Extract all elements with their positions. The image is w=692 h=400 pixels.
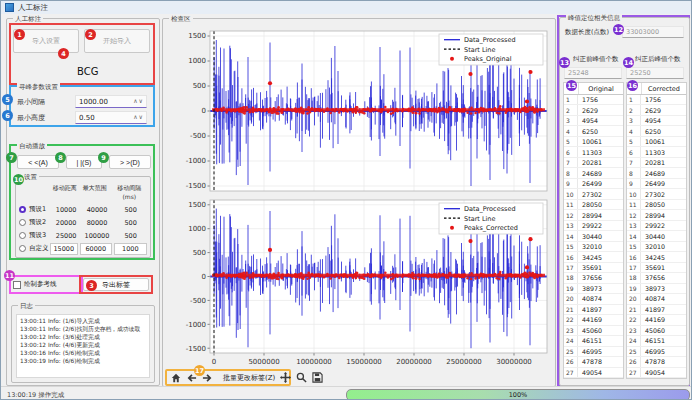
- table-row[interactable]: 1938973: [564, 284, 623, 294]
- spinner-arrows-icon[interactable]: ∧∨: [133, 97, 144, 104]
- radio-icon[interactable]: [19, 206, 26, 213]
- preset-input[interactable]: 1000: [114, 243, 147, 255]
- row-index: 13: [627, 221, 641, 230]
- table-row[interactable]: 46250: [627, 126, 686, 136]
- preset-input[interactable]: 60000: [80, 243, 112, 255]
- svg-text:-1500: -1500: [186, 182, 206, 190]
- min-height-input[interactable]: 0.50 ∧∨: [75, 111, 147, 124]
- table-row[interactable]: 824689: [564, 168, 623, 178]
- table-row[interactable]: 2345060: [564, 326, 623, 336]
- batch-edit-labels-button[interactable]: 批量更改标签(Z): [223, 373, 275, 383]
- preset-label: 预设2: [29, 218, 46, 227]
- autoplay-pause-button[interactable]: | |(S): [66, 155, 102, 169]
- table-row[interactable]: 34954: [564, 116, 623, 126]
- table-row[interactable]: 46250: [564, 126, 623, 136]
- table-row[interactable]: 2141897: [564, 305, 623, 315]
- table-row[interactable]: 1430440: [627, 231, 686, 241]
- table-row[interactable]: 1634245: [627, 252, 686, 262]
- preset-radio[interactable]: 自定义: [19, 244, 49, 253]
- table-row[interactable]: 1532010: [627, 242, 686, 252]
- table-row[interactable]: 34954: [627, 116, 686, 126]
- table-row[interactable]: 2546995: [564, 347, 623, 357]
- table-row[interactable]: 510061: [627, 137, 686, 147]
- table-row[interactable]: 926499: [564, 179, 623, 189]
- app-icon: [5, 3, 14, 12]
- table-row[interactable]: 11756: [627, 95, 686, 105]
- table-row[interactable]: 926499: [627, 179, 686, 189]
- header-max-range: 最大范围: [79, 184, 111, 200]
- signal-chart-bottom[interactable]: 150010005000-500-1000-150005000000100000…: [166, 195, 552, 369]
- signal-chart-top[interactable]: 150010005000-500-1000-1500Data_Processed…: [166, 26, 552, 194]
- table-row[interactable]: 1027302: [564, 189, 623, 199]
- radio-icon[interactable]: [19, 219, 26, 226]
- zoom-button[interactable]: [296, 371, 307, 384]
- peak-value: 27302: [641, 191, 686, 198]
- table-row[interactable]: 1128050: [564, 200, 623, 210]
- table-row[interactable]: 1329922: [627, 221, 686, 231]
- chart-toolbar: 批量更改标签(Z): [165, 369, 291, 386]
- reference-line-label: 绘制参考线: [24, 280, 57, 289]
- radio-icon[interactable]: [19, 232, 26, 239]
- radio-icon[interactable]: [19, 245, 26, 252]
- table-row[interactable]: 2749054: [627, 368, 686, 378]
- row-index: 21: [627, 305, 641, 314]
- table-row[interactable]: 1329922: [564, 221, 623, 231]
- preset-radio[interactable]: 预设2: [19, 218, 52, 227]
- table-row[interactable]: 1532010: [564, 242, 623, 252]
- peak-value: 26499: [578, 180, 623, 187]
- reference-line-checkbox[interactable]: 绘制参考线: [13, 280, 57, 289]
- table-row[interactable]: 1735691: [627, 263, 686, 273]
- pan-button[interactable]: [280, 371, 291, 384]
- row-index: 2: [627, 105, 641, 114]
- log-entries: 13:00:11 Info: (1/6)导入完成13:00:11 Info: (…: [16, 314, 150, 378]
- preset-radio[interactable]: 预设1: [19, 205, 52, 214]
- table-row[interactable]: 2244169: [564, 315, 623, 325]
- autoplay-back-button[interactable]: < <(A): [17, 155, 59, 169]
- table-row[interactable]: 2446151: [627, 336, 686, 346]
- table-row[interactable]: 824689: [627, 168, 686, 178]
- peak-value: 46151: [641, 337, 686, 344]
- table-row[interactable]: 2749054: [564, 368, 623, 378]
- table-row[interactable]: 2647878: [564, 357, 623, 367]
- table-row[interactable]: 2040874: [564, 294, 623, 304]
- table-row[interactable]: 2345060: [627, 326, 686, 336]
- table-row[interactable]: 1228994: [564, 210, 623, 220]
- table-row[interactable]: 2141897: [627, 305, 686, 315]
- data-length-field: 33003000: [622, 26, 684, 38]
- preset-value: 20000: [52, 219, 81, 227]
- peak-value: 32010: [641, 243, 686, 250]
- table-row[interactable]: 22629: [627, 105, 686, 115]
- spinner-arrows-icon[interactable]: ∧∨: [133, 113, 144, 120]
- table-row[interactable]: 2446151: [564, 336, 623, 346]
- save-button[interactable]: [312, 371, 323, 384]
- preset-row: 预设325000100000500: [19, 229, 148, 242]
- table-row[interactable]: 1128050: [627, 200, 686, 210]
- table-row[interactable]: 11756: [564, 95, 623, 105]
- table-row[interactable]: 611303: [627, 147, 686, 157]
- home-icon: [171, 373, 181, 383]
- checkbox-icon[interactable]: [13, 281, 21, 289]
- preset-input[interactable]: 15000: [50, 243, 78, 255]
- center-panel-title: 检查区: [169, 15, 193, 23]
- table-row[interactable]: 1735691: [564, 263, 623, 273]
- table-row[interactable]: 2546995: [627, 347, 686, 357]
- table-row[interactable]: 1837656: [627, 273, 686, 283]
- table-row[interactable]: 2647878: [627, 357, 686, 367]
- table-row[interactable]: 1837656: [564, 273, 623, 283]
- table-row[interactable]: 611303: [564, 147, 623, 157]
- preset-radio[interactable]: 预设3: [19, 231, 52, 240]
- table-row[interactable]: 1027302: [627, 189, 686, 199]
- table-row[interactable]: 510061: [564, 137, 623, 147]
- home-button[interactable]: [171, 371, 181, 384]
- table-row[interactable]: 22629: [564, 105, 623, 115]
- table-row[interactable]: 720281: [627, 158, 686, 168]
- table-row[interactable]: 1938973: [627, 284, 686, 294]
- table-row[interactable]: 720281: [564, 158, 623, 168]
- table-row[interactable]: 1430440: [564, 231, 623, 241]
- table-row[interactable]: 1634245: [564, 252, 623, 262]
- min-interval-input[interactable]: 1000.00 ∧∨: [75, 95, 147, 108]
- table-row[interactable]: 2040874: [627, 294, 686, 304]
- autoplay-forward-button[interactable]: > >(D): [109, 155, 151, 169]
- table-row[interactable]: 1228994: [627, 210, 686, 220]
- table-row[interactable]: 2244169: [627, 315, 686, 325]
